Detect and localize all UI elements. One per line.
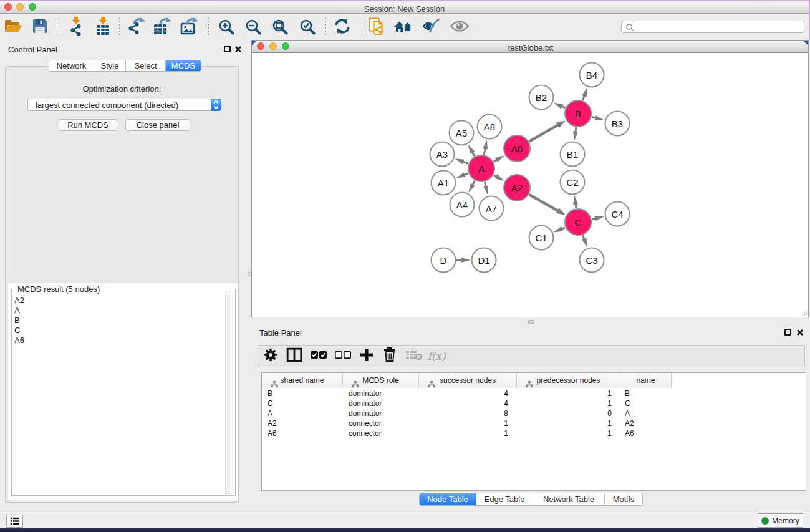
hide-details-icon bbox=[422, 18, 441, 37]
toolbar-separator bbox=[325, 18, 326, 37]
tab-network-table[interactable]: Network Table bbox=[533, 493, 605, 505]
import-table-button[interactable] bbox=[92, 18, 113, 37]
optimization-criterion-dropdown[interactable]: largest connected component (directed) bbox=[27, 99, 221, 111]
graph-node-label-B: B bbox=[575, 109, 581, 119]
column-header-predecessor-nodes[interactable]: predecessor nodes bbox=[517, 373, 620, 388]
network-view-window: testGlobe.txt B4B2BB3A5A8A6A3AB1A1C2A2A4… bbox=[251, 40, 809, 317]
control-panel-close-icon[interactable] bbox=[234, 46, 242, 53]
mcds-result-title: MCDS result (5 nodes) bbox=[16, 284, 102, 294]
create-column-button[interactable] bbox=[357, 347, 377, 365]
graph-edge-arrowhead bbox=[573, 195, 578, 205]
show-details-button[interactable] bbox=[449, 18, 470, 37]
column-header-successor-nodes[interactable]: successor nodes bbox=[419, 373, 517, 388]
mcds-result-panel: MCDS result (5 nodes) A2ABCA6 bbox=[8, 283, 238, 500]
list-icon bbox=[10, 517, 19, 525]
cell-shared-name: A6 bbox=[262, 428, 343, 438]
tab-select[interactable]: Select bbox=[126, 60, 166, 71]
node-table-row-C[interactable]: Cdominator41C bbox=[262, 399, 806, 409]
table-panel-float-icon[interactable] bbox=[784, 329, 791, 336]
graph-node-label-A8: A8 bbox=[484, 122, 495, 132]
mcds-result-item[interactable]: A bbox=[14, 306, 226, 316]
export-image-button[interactable] bbox=[179, 18, 200, 37]
cell-predecessor-nodes: 1 bbox=[517, 428, 620, 438]
zoom-in-button[interactable] bbox=[215, 18, 236, 37]
graph-edge-arrowhead bbox=[554, 103, 563, 109]
column-header-name[interactable]: name bbox=[620, 373, 672, 388]
task-history-button[interactable] bbox=[6, 515, 23, 528]
table-options-gear-button[interactable] bbox=[261, 347, 281, 365]
cell-predecessor-nodes: 0 bbox=[517, 409, 620, 418]
control-panel-float-icon[interactable] bbox=[224, 46, 231, 52]
import-network-button[interactable] bbox=[65, 18, 87, 37]
select-all-columns-button[interactable] bbox=[309, 347, 329, 365]
refresh-button[interactable] bbox=[332, 18, 353, 37]
show-column-panel-button[interactable] bbox=[284, 347, 304, 365]
optimization-criterion-label: Optimization criterion: bbox=[0, 84, 244, 94]
node-table-row-A[interactable]: Adominator80A bbox=[262, 409, 806, 418]
first-neighbors-icon bbox=[393, 18, 413, 37]
column-header-MCDS-role[interactable]: MCDS role bbox=[343, 373, 419, 388]
graph-edge-A6-B[interactable] bbox=[529, 125, 559, 142]
open-session-icon bbox=[4, 18, 22, 37]
tab-node-table[interactable]: Node Table bbox=[420, 493, 476, 505]
node-table-row-A2[interactable]: A2connector11A2 bbox=[262, 418, 806, 428]
node-table-row-A6[interactable]: A6connector11A6 bbox=[262, 428, 806, 438]
toolbar-separator bbox=[208, 18, 209, 37]
close-panel-button[interactable]: Close panel bbox=[125, 119, 190, 131]
graph-edge-arrowhead bbox=[468, 145, 475, 154]
graph-edge-arrowhead bbox=[495, 174, 504, 181]
splitpane-handle-vertical[interactable] bbox=[248, 272, 251, 276]
unselect-all-columns-button[interactable] bbox=[333, 347, 353, 365]
main-toolbar bbox=[0, 14, 809, 40]
mcds-result-item[interactable]: A6 bbox=[14, 336, 226, 346]
zoom-selected-button[interactable] bbox=[296, 18, 317, 37]
tab-motifs[interactable]: Motifs bbox=[605, 493, 642, 505]
zoom-fit-button[interactable] bbox=[269, 18, 290, 37]
node-table-header: shared name MCDS role successor nodes pr… bbox=[262, 373, 672, 388]
run-mcds-button[interactable]: Run MCDS bbox=[59, 119, 117, 131]
cell-shared-name: A2 bbox=[262, 418, 343, 428]
delete-columns-button[interactable] bbox=[380, 347, 400, 365]
cell-predecessor-nodes: 1 bbox=[517, 418, 620, 428]
export-network-button[interactable] bbox=[126, 18, 147, 37]
mcds-result-list: A2ABCA6 bbox=[14, 296, 226, 346]
memory-button[interactable]: Memory bbox=[758, 513, 803, 528]
splitpane-handle-horizontal[interactable] bbox=[528, 320, 534, 324]
hide-details-button[interactable] bbox=[421, 18, 442, 37]
export-table-button[interactable] bbox=[152, 18, 173, 37]
column-header-shared-name[interactable]: shared name bbox=[262, 373, 343, 388]
mcds-result-item[interactable]: B bbox=[14, 316, 226, 326]
table-panel-close-icon[interactable] bbox=[796, 329, 804, 336]
frame-corner-left bbox=[252, 41, 257, 46]
open-session-button[interactable] bbox=[2, 18, 24, 37]
graph-edge-arrowhead bbox=[582, 87, 587, 97]
node-table-row-B[interactable]: Bdominator41B bbox=[262, 389, 806, 399]
tab-mcds[interactable]: MCDS bbox=[166, 60, 201, 71]
network-canvas[interactable]: B4B2BB3A5A8A6A3AB1A1C2A2A4A7C4CC1C3DD1 bbox=[251, 53, 809, 317]
mcds-result-scrollbar[interactable] bbox=[225, 291, 233, 494]
first-neighbors-button[interactable] bbox=[393, 18, 414, 37]
cell-MCDS-role: dominator bbox=[343, 399, 419, 409]
zoom-out-button[interactable] bbox=[242, 18, 263, 37]
graph-edge-arrowhead bbox=[554, 226, 563, 233]
tab-network[interactable]: Network bbox=[49, 60, 94, 71]
graph-node-label-B2: B2 bbox=[536, 92, 547, 103]
save-session-button[interactable] bbox=[29, 18, 51, 37]
delete-columns-icon bbox=[382, 347, 397, 365]
window-title: Session: New Session bbox=[0, 4, 809, 14]
graph-edge-arrowhead bbox=[595, 115, 605, 120]
network-from-selection-button[interactable] bbox=[366, 18, 387, 37]
graph-edge-A2-C[interactable] bbox=[529, 195, 559, 211]
window-resize-grip[interactable] bbox=[801, 309, 808, 316]
export-network-icon bbox=[127, 17, 146, 38]
mcds-result-item[interactable]: C bbox=[14, 326, 226, 336]
mcds-result-item[interactable]: A2 bbox=[14, 296, 226, 306]
control-panel-title: Control Panel bbox=[8, 45, 57, 54]
cell-shared-name: C bbox=[262, 399, 343, 409]
tab-style[interactable]: Style bbox=[94, 60, 126, 71]
graph-edge-arrowhead bbox=[456, 172, 465, 178]
tab-edge-table[interactable]: Edge Table bbox=[476, 493, 533, 505]
graph-node-label-A3: A3 bbox=[436, 149, 448, 160]
node-table-rows: Bdominator41BCdominator41CAdominator80AA… bbox=[262, 389, 806, 438]
search-input[interactable] bbox=[621, 21, 804, 33]
